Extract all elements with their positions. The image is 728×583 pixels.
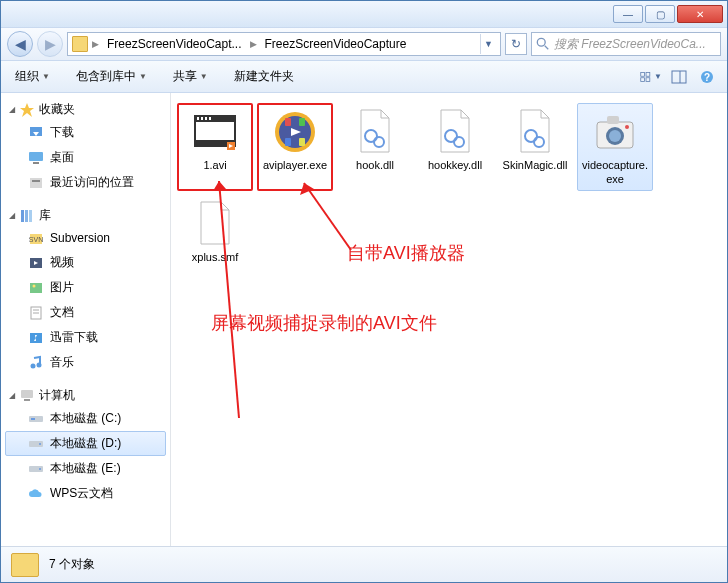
sidebar: ◢收藏夹 下载 桌面 最近访问的位置 ◢库 SVNSubversion 视频 图… — [1, 93, 171, 546]
svg-point-66 — [609, 130, 621, 142]
svg-rect-24 — [30, 283, 42, 293]
download-icon — [28, 125, 44, 141]
sidebar-item-documents[interactable]: 文档 — [5, 300, 166, 325]
svg-rect-4 — [641, 77, 645, 81]
breadcrumb-dropdown[interactable]: ▼ — [480, 34, 496, 54]
svg-text:SVN: SVN — [29, 236, 43, 243]
sidebar-item-subversion[interactable]: SVNSubversion — [5, 226, 166, 250]
document-icon — [28, 305, 44, 321]
sidebar-item-drive-d[interactable]: 本地磁盘 (D:) — [5, 431, 166, 456]
file-label: xplus.smf — [192, 250, 238, 264]
file-item-hookkey-dll[interactable]: hookkey.dll — [417, 103, 493, 191]
file-item-videocapture[interactable]: videocapture.exe — [577, 103, 653, 191]
titlebar: — ▢ ✕ — [1, 1, 727, 27]
file-label: 1.avi — [203, 158, 226, 172]
sidebar-item-music[interactable]: 音乐 — [5, 350, 166, 375]
collapse-icon: ◢ — [9, 105, 15, 114]
sidebar-item-videos[interactable]: 视频 — [5, 250, 166, 275]
breadcrumb[interactable]: ▶ FreezScreenVideoCapt... ▶ FreezScreenV… — [67, 32, 501, 56]
dll-icon — [351, 108, 399, 156]
file-label: hook.dll — [356, 158, 394, 172]
file-item-hook-dll[interactable]: hook.dll — [337, 103, 413, 191]
svg-rect-55 — [299, 138, 305, 146]
status-bar: 7 个对象 — [1, 546, 727, 582]
view-options-button[interactable]: ▼ — [639, 66, 663, 88]
sidebar-item-recent[interactable]: 最近访问的位置 — [5, 170, 166, 195]
breadcrumb-current[interactable]: FreezScreenVideoCapture — [261, 35, 411, 53]
sidebar-item-wps[interactable]: WPS云文档 — [5, 481, 166, 506]
svg-line-70 — [304, 183, 351, 250]
sidebar-item-downloads[interactable]: 下载 — [5, 120, 166, 145]
sidebar-item-drive-c[interactable]: 本地磁盘 (C:) — [5, 406, 166, 431]
svg-rect-17 — [21, 210, 24, 222]
sidebar-item-desktop[interactable]: 桌面 — [5, 145, 166, 170]
forward-button[interactable]: ▶ — [37, 31, 63, 57]
sidebar-favorites-header[interactable]: ◢收藏夹 — [5, 99, 166, 120]
collapse-icon: ◢ — [9, 391, 15, 400]
xunlei-icon — [28, 330, 44, 346]
sidebar-item-xunlei[interactable]: 迅雷下载 — [5, 325, 166, 350]
collapse-icon: ◢ — [9, 211, 15, 220]
svg-rect-46 — [205, 117, 207, 120]
svg-rect-13 — [29, 152, 43, 161]
search-placeholder: 搜索 FreezScreenVideoCa... — [554, 36, 706, 53]
sidebar-libraries-header[interactable]: ◢库 — [5, 205, 166, 226]
drive-icon — [28, 461, 44, 477]
svg-rect-16 — [32, 180, 40, 182]
file-label: SkinMagic.dll — [503, 158, 568, 172]
recent-icon — [28, 175, 44, 191]
svg-point-40 — [39, 468, 41, 470]
search-icon — [536, 37, 550, 51]
organize-button[interactable]: 组织▼ — [9, 65, 56, 88]
svg-rect-19 — [29, 210, 32, 222]
chevron-down-icon: ▼ — [200, 72, 208, 81]
help-button[interactable]: ? — [695, 66, 719, 88]
svg-rect-3 — [646, 72, 650, 76]
sidebar-computer-header[interactable]: ◢计算机 — [5, 385, 166, 406]
svg-marker-10 — [20, 103, 34, 117]
chevron-right-icon: ▶ — [248, 39, 259, 49]
refresh-button[interactable]: ↻ — [505, 33, 527, 55]
file-area[interactable]: 1.avi aviplayer.exe hook.dll hookkey.dll… — [171, 93, 727, 546]
desktop-icon — [28, 150, 44, 166]
search-input[interactable]: 搜索 FreezScreenVideoCa... — [531, 32, 721, 56]
annotation-label: 屏幕视频捕捉录制的AVI文件 — [211, 311, 437, 335]
svg-rect-33 — [21, 390, 33, 398]
svg-point-0 — [537, 38, 545, 46]
close-button[interactable]: ✕ — [677, 5, 723, 23]
sidebar-item-drive-e[interactable]: 本地磁盘 (E:) — [5, 456, 166, 481]
svg-point-31 — [31, 363, 36, 368]
player-exe-icon — [271, 108, 319, 156]
dll-icon — [511, 108, 559, 156]
include-library-button[interactable]: 包含到库中▼ — [70, 65, 153, 88]
back-button[interactable]: ◀ — [7, 31, 33, 57]
file-item-skinmagic-dll[interactable]: SkinMagic.dll — [497, 103, 573, 191]
svg-text:?: ? — [704, 72, 710, 83]
file-item-xplus-smf[interactable]: xplus.smf — [177, 195, 253, 269]
drive-icon — [28, 436, 44, 452]
sidebar-item-pictures[interactable]: 图片 — [5, 275, 166, 300]
svg-rect-18 — [25, 210, 28, 222]
svg-point-32 — [37, 362, 42, 367]
share-button[interactable]: 共享▼ — [167, 65, 214, 88]
svg-rect-47 — [209, 117, 211, 120]
minimize-button[interactable]: — — [613, 5, 643, 23]
svg-point-67 — [625, 125, 629, 129]
maximize-button[interactable]: ▢ — [645, 5, 675, 23]
new-folder-button[interactable]: 新建文件夹 — [228, 65, 300, 88]
subversion-icon: SVN — [28, 230, 44, 246]
svg-rect-34 — [24, 399, 30, 401]
svg-rect-36 — [31, 418, 35, 420]
svg-rect-52 — [285, 118, 291, 126]
cloud-icon — [28, 486, 44, 502]
video-file-icon — [191, 108, 239, 156]
file-item-avi[interactable]: 1.avi — [177, 103, 253, 191]
preview-pane-button[interactable] — [667, 66, 691, 88]
file-label: aviplayer.exe — [263, 158, 327, 172]
camera-exe-icon — [591, 108, 639, 156]
svg-rect-29 — [30, 333, 42, 343]
file-item-aviplayer[interactable]: aviplayer.exe — [257, 103, 333, 191]
breadcrumb-parent[interactable]: FreezScreenVideoCapt... — [103, 35, 246, 53]
svg-rect-54 — [285, 138, 291, 146]
folder-icon — [11, 553, 39, 577]
